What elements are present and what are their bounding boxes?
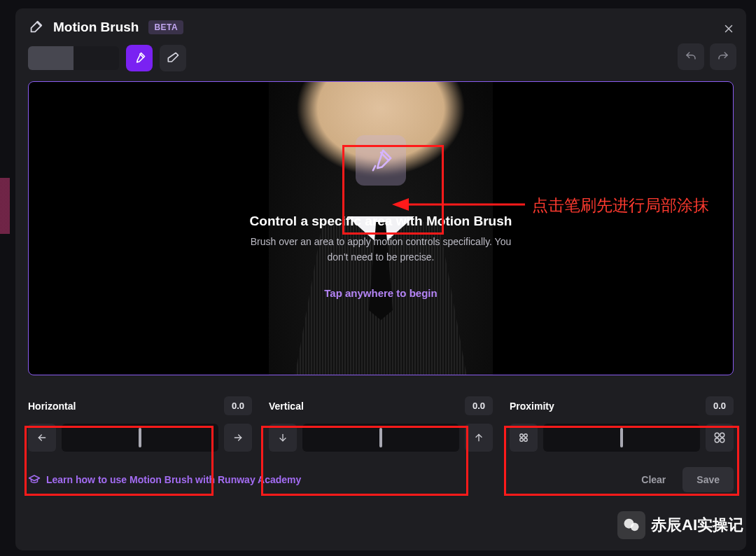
swatch-2[interactable]	[74, 46, 119, 70]
vertical-slider-block: Vertical 0.0	[269, 396, 493, 452]
panel-title: Motion Brush	[53, 20, 139, 35]
proximity-increase-button[interactable]	[706, 424, 734, 452]
proximity-value[interactable]: 0.0	[706, 396, 734, 415]
vertical-slider[interactable]	[302, 424, 459, 452]
history-buttons	[678, 43, 736, 70]
vertical-decrease-button[interactable]	[269, 424, 297, 452]
clear-button[interactable]: Clear	[631, 467, 676, 492]
horizontal-slider[interactable]	[62, 424, 218, 452]
horizontal-label: Horizontal	[28, 401, 76, 412]
svg-point-6	[715, 438, 719, 443]
vertical-label: Vertical	[269, 401, 304, 412]
slider-knob[interactable]	[139, 428, 141, 447]
learn-link[interactable]: Learn how to use Motion Brush with Runwa…	[28, 473, 301, 486]
tap-to-begin-button[interactable]: Tap anywhere to begin	[324, 287, 437, 299]
motion-brush-panel: Motion Brush BETA	[15, 8, 746, 550]
overlay-description-line2: don't need to be precise.	[328, 251, 435, 263]
brush-icon	[28, 20, 43, 35]
save-button[interactable]: Save	[682, 467, 734, 492]
horizontal-increase-button[interactable]	[224, 424, 252, 452]
horizontal-slider-block: Horizontal 0.0	[28, 396, 252, 452]
panel-header: Motion Brush BETA	[15, 8, 746, 45]
learn-link-label: Learn how to use Motion Brush with Runwa…	[46, 474, 301, 485]
overlay-description-line1: Brush over an area to apply motion contr…	[251, 236, 512, 247]
proximity-slider[interactable]	[543, 424, 700, 452]
overlay-heading: Control a specific area with Motion Brus…	[250, 214, 512, 229]
svg-point-5	[720, 433, 724, 437]
motion-sliders: Horizontal 0.0 Vertical 0.0	[15, 375, 746, 459]
brush-icon	[368, 147, 394, 174]
overlay-description: Brush over an area to apply motion contr…	[251, 235, 512, 265]
eraser-tool-button[interactable]	[160, 45, 186, 71]
proximity-label: Proximity	[510, 401, 554, 412]
close-button[interactable]	[721, 21, 736, 36]
svg-point-2	[520, 438, 524, 442]
toolbar	[15, 45, 746, 81]
slider-knob[interactable]	[620, 428, 623, 447]
brush-color-swatches[interactable]	[28, 46, 119, 70]
canvas-area[interactable]: Control a specific area with Motion Brus…	[28, 81, 734, 375]
panel-footer: Learn how to use Motion Brush with Runwa…	[15, 459, 746, 503]
beta-badge: BETA	[148, 20, 183, 34]
svg-point-0	[520, 434, 524, 438]
horizontal-decrease-button[interactable]	[28, 424, 56, 452]
redo-button[interactable]	[710, 43, 736, 70]
swatch-1[interactable]	[28, 46, 74, 70]
background-page-accent	[0, 178, 10, 234]
slider-knob[interactable]	[379, 428, 382, 447]
horizontal-value[interactable]: 0.0	[224, 396, 252, 415]
graduation-cap-icon	[28, 473, 41, 486]
svg-point-4	[715, 433, 719, 437]
proximity-decrease-button[interactable]	[510, 424, 538, 452]
svg-point-1	[524, 434, 528, 438]
svg-point-7	[720, 438, 724, 443]
overlay-brush-chip[interactable]	[356, 135, 406, 186]
vertical-increase-button[interactable]	[465, 424, 493, 452]
undo-button[interactable]	[678, 43, 704, 70]
brush-tool-button[interactable]	[126, 45, 153, 71]
onboarding-overlay: Control a specific area with Motion Brus…	[29, 82, 733, 375]
svg-point-3	[524, 438, 528, 442]
proximity-slider-block: Proximity 0.0	[510, 396, 734, 452]
vertical-value[interactable]: 0.0	[465, 396, 493, 415]
